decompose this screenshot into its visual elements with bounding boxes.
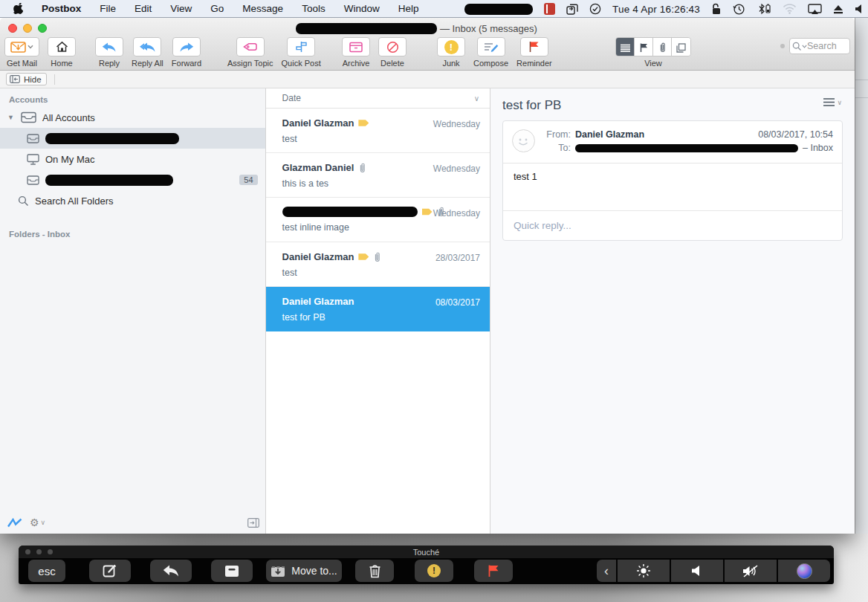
menu-message[interactable]: Message <box>242 3 283 14</box>
touchbar-archive-key[interactable] <box>211 560 253 582</box>
home-button[interactable]: Home <box>48 37 76 68</box>
menu-app-name[interactable]: Postbox <box>42 3 81 14</box>
title-bar[interactable]: — Inbox (5 messages) <box>0 18 855 37</box>
unread-count-badge: 54 <box>239 175 257 185</box>
lock-open-icon[interactable] <box>711 3 722 15</box>
menu-file[interactable]: File <box>100 3 116 14</box>
junk-button[interactable]: ! Junk <box>437 37 465 68</box>
to-label: To: <box>542 143 571 153</box>
search-field[interactable] <box>789 38 850 54</box>
divider <box>54 74 55 85</box>
menu-clock[interactable]: Tue 4 Apr 16:26:43 <box>612 4 700 15</box>
archive-button[interactable]: Archive <box>342 37 370 68</box>
menu-tools[interactable]: Tools <box>302 3 326 14</box>
swap-windows-icon[interactable] <box>566 4 578 15</box>
view-control: View <box>615 37 691 68</box>
reply-all-label: Reply All <box>132 59 163 68</box>
message-row-2[interactable]: Glazman Daniel Wednesday this is a tes <box>266 153 490 198</box>
sidebar-item-account-2[interactable]: 54 <box>0 169 265 190</box>
zoom-window-button[interactable] <box>38 24 47 33</box>
view-attachment-segment[interactable] <box>653 38 672 56</box>
compose-button[interactable]: Compose <box>473 37 508 68</box>
message-row-1[interactable]: Daniel Glazman Wednesday test <box>266 109 490 153</box>
sidebar-item-label: Search All Folders <box>35 195 114 207</box>
message-row-5-selected[interactable]: Daniel Glazman 08/03/2017 test for PB <box>266 287 490 331</box>
message-row-3[interactable]: Wednesday test inline image <box>266 198 490 242</box>
apple-icon[interactable] <box>13 3 23 14</box>
airplay-display-icon[interactable] <box>808 4 822 15</box>
menu-go[interactable]: Go <box>210 3 224 14</box>
activity-graph-icon[interactable] <box>7 518 22 528</box>
view-flag-segment[interactable] <box>635 38 653 56</box>
touchbar-titlebar[interactable]: Touché <box>19 546 834 558</box>
divider <box>855 97 868 98</box>
volume-key[interactable] <box>671 560 723 582</box>
message-subject: test <box>282 134 479 144</box>
sidebar-item-on-my-mac[interactable]: On My Mac <box>0 149 265 169</box>
touchbar-compose-key[interactable] <box>89 560 131 582</box>
sidebar-item-account-1[interactable] <box>0 128 265 149</box>
touchbar-move-to-key[interactable]: Move to... <box>266 560 342 582</box>
get-mail-button[interactable]: Get Mail <box>4 37 39 68</box>
message-actions-menu-button[interactable]: ∨ <box>823 98 842 106</box>
reply-label: Reply <box>99 59 120 68</box>
hide-bar: Hide <box>0 71 855 88</box>
delete-button[interactable]: Delete <box>378 37 407 68</box>
attachment-paperclip-icon <box>358 163 366 173</box>
password-manager-icon[interactable] <box>544 3 555 15</box>
esc-key[interactable]: esc <box>28 560 65 582</box>
touchbar-delete-key[interactable] <box>355 560 394 582</box>
close-window-button[interactable] <box>8 24 17 33</box>
search-input[interactable] <box>807 41 850 51</box>
checkmark-circle-icon[interactable] <box>589 3 601 15</box>
menu-help[interactable]: Help <box>398 3 419 14</box>
reply-all-button[interactable]: Reply All <box>132 37 163 68</box>
compose-icon <box>484 42 499 53</box>
forward-label: Forward <box>172 59 201 68</box>
sidebar-item-search-all-folders[interactable]: Search All Folders <box>0 190 265 211</box>
menu-bar-status-area: Tue 4 Apr 16:26:43 <box>464 0 868 18</box>
hide-panel-button[interactable]: Hide <box>6 73 47 85</box>
time-machine-icon[interactable] <box>733 3 745 16</box>
sidebar-item-all-accounts[interactable]: ▼ All Accounts <box>0 107 265 128</box>
message-date: Wednesday <box>433 119 480 129</box>
menu-bar: Postbox File Edit View Go Message Tools … <box>0 0 868 18</box>
move-to-folder-icon <box>271 565 285 577</box>
message-row-4[interactable]: Daniel Glazman 28/03/2017 test <box>266 242 490 287</box>
view-list-segment[interactable] <box>616 38 635 56</box>
eject-icon[interactable] <box>833 4 843 14</box>
control-strip-expand-button[interactable]: ‹ <box>597 560 616 582</box>
bluetooth-battery-icon[interactable] <box>757 3 771 15</box>
settings-gear-icon[interactable]: ⚙ ∨ <box>30 517 45 528</box>
folder-sidebar: Accounts ▼ All Accounts <box>0 88 266 534</box>
quick-post-button[interactable]: Quick Post <box>282 37 321 68</box>
disclosure-triangle-icon[interactable]: ▼ <box>7 114 15 121</box>
volume-icon[interactable] <box>855 4 864 14</box>
chevron-down-icon: ∨ <box>837 99 842 106</box>
reply-button[interactable]: Reply <box>95 37 123 68</box>
brightness-key[interactable] <box>618 560 670 582</box>
quick-reply-field[interactable]: Quick reply... <box>503 210 842 240</box>
view-panes-segment[interactable] <box>672 38 690 56</box>
menu-edit[interactable]: Edit <box>135 3 152 14</box>
menu-window[interactable]: Window <box>344 3 380 14</box>
expand-panel-icon[interactable] <box>247 518 259 528</box>
menu-bar-left: Postbox File Edit View Go Message Tools … <box>0 3 418 14</box>
content-area: Accounts ▼ All Accounts <box>0 88 855 534</box>
touchbar-flag-key[interactable] <box>474 560 513 582</box>
touchbar-reply-key[interactable] <box>150 560 192 582</box>
reminder-button[interactable]: Reminder <box>516 37 552 68</box>
touchbar-junk-key[interactable]: ! <box>415 560 453 582</box>
assign-topic-button[interactable]: Assign Topic <box>227 37 273 68</box>
sidebar-item-label: All Accounts <box>42 112 95 123</box>
mute-key[interactable] <box>725 560 777 582</box>
forward-button[interactable]: Forward <box>172 37 201 68</box>
wifi-icon[interactable] <box>783 4 797 14</box>
siri-key[interactable] <box>778 560 830 582</box>
attachment-paperclip-icon <box>373 252 381 262</box>
folder-suffix: – Inbox <box>803 143 833 153</box>
menu-view[interactable]: View <box>170 3 192 14</box>
sort-header[interactable]: Date ∨ <box>266 88 490 109</box>
mute-speaker-icon <box>742 565 759 577</box>
minimize-window-button[interactable] <box>23 24 32 33</box>
